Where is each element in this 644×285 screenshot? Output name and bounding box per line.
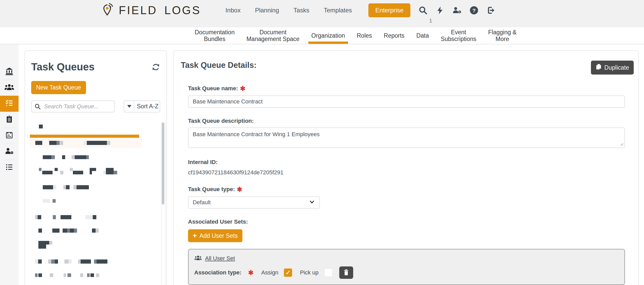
redacted-text-block xyxy=(62,155,65,159)
tab-organization[interactable]: Organization xyxy=(309,27,347,44)
sync-icon[interactable] xyxy=(151,63,160,71)
location-pin-signal-icon xyxy=(102,3,115,18)
duplicate-button[interactable]: Duplicate xyxy=(591,61,634,75)
redacted-text-block xyxy=(38,273,42,277)
search-task-queue-input[interactable] xyxy=(31,100,115,112)
task-queue-list-item[interactable] xyxy=(31,155,160,159)
task-queue-list-item[interactable] xyxy=(31,185,160,189)
selected-item-accent-bar xyxy=(30,135,139,138)
redacted-text-block xyxy=(78,259,81,264)
sidebar-item-task-queues[interactable] xyxy=(0,96,19,112)
top-header: FIELD LOGS Inbox Planning Tasks Template… xyxy=(0,0,644,27)
sign-out-icon[interactable] xyxy=(486,5,496,15)
redacted-text-block xyxy=(90,168,92,174)
redacted-text-block xyxy=(74,229,77,233)
task-queue-list-item[interactable] xyxy=(31,168,160,174)
add-user-sets-label: Add User Sets xyxy=(199,232,238,239)
task-queue-list-item[interactable] xyxy=(31,229,160,233)
sidebar-item-user-settings[interactable] xyxy=(0,144,19,160)
task-queue-list-item[interactable] xyxy=(31,125,160,128)
bolt-icon[interactable] xyxy=(435,5,445,15)
task-queue-list-item[interactable] xyxy=(31,199,160,203)
redacted-text-block xyxy=(49,141,56,145)
nav-planning[interactable]: Planning xyxy=(255,7,279,14)
redacted-text-block xyxy=(63,229,67,233)
redacted-text-block xyxy=(35,141,42,145)
redacted-text-block xyxy=(53,199,56,203)
sort-label: Sort A-Z xyxy=(134,103,158,110)
redacted-text-block xyxy=(96,229,99,233)
task-queue-list-item[interactable] xyxy=(31,241,160,249)
nav-templates[interactable]: Templates xyxy=(324,7,352,14)
sidebar-item-organization[interactable] xyxy=(0,64,19,80)
delete-user-set-button[interactable] xyxy=(339,266,353,279)
list-scrollbar-track[interactable] xyxy=(161,121,166,285)
associated-user-sets-label: Associated User Sets: xyxy=(188,218,248,225)
redacted-text-block xyxy=(39,168,41,171)
sidebar-item-notepad[interactable] xyxy=(0,128,19,144)
task-queue-list-item[interactable] xyxy=(31,215,160,219)
sort-dropdown[interactable]: Sort A-Z xyxy=(124,100,160,112)
plus-icon: + xyxy=(193,232,197,239)
redacted-text-block xyxy=(38,241,46,249)
redacted-text-block xyxy=(38,215,41,219)
tab-flagging-more[interactable]: Flagging & More xyxy=(486,27,519,44)
redacted-text-block xyxy=(77,185,89,189)
nav-tasks[interactable]: Tasks xyxy=(293,7,309,14)
task-queue-list-item[interactable] xyxy=(31,273,160,277)
redacted-text-block xyxy=(86,155,89,159)
task-queue-details-panel: Task Queue Details: Duplicate Task Queue… xyxy=(173,50,639,285)
name-label: Task Queue name: xyxy=(188,85,238,92)
redacted-text-block xyxy=(38,259,42,264)
redacted-text-block xyxy=(96,273,99,277)
task-queue-list-item-selected[interactable] xyxy=(30,135,142,148)
tab-roles[interactable]: Roles xyxy=(355,27,374,44)
new-task-queue-button[interactable]: New Task Queue xyxy=(31,81,86,94)
redacted-text-block xyxy=(92,168,96,171)
svg-text:?: ? xyxy=(472,7,476,13)
redacted-text-block xyxy=(60,171,63,174)
app-logo[interactable]: FIELD LOGS xyxy=(102,3,201,18)
assign-checkbox[interactable] xyxy=(284,268,292,277)
redacted-text-block xyxy=(48,259,51,264)
add-user-sets-button[interactable]: + Add User Sets xyxy=(188,229,242,242)
task-queue-type-select[interactable]: Default xyxy=(188,196,320,209)
user-settings-icon[interactable] xyxy=(452,5,462,15)
redacted-text-block xyxy=(64,273,66,277)
tab-reports[interactable]: Reports xyxy=(382,27,407,44)
redacted-text-block xyxy=(75,155,86,159)
user-settings-icon xyxy=(4,147,14,157)
redacted-text-block xyxy=(92,229,96,233)
resize-grip-icon[interactable] xyxy=(620,142,623,147)
required-asterisk: ✱ xyxy=(237,186,242,193)
all-user-set-link[interactable]: All User Set xyxy=(205,255,235,262)
redacted-text-block xyxy=(50,273,53,277)
tab-event-subscriptions[interactable]: Event Subscriptions xyxy=(439,27,478,44)
tab-data[interactable]: Data xyxy=(414,27,431,44)
tab-document-management-space[interactable]: Document Management Space xyxy=(244,27,302,44)
task-queue-list-item[interactable] xyxy=(31,259,160,264)
enterprise-button[interactable]: Enterprise xyxy=(368,3,410,17)
tab-documentation-bundles[interactable]: Documentation Bundles xyxy=(193,27,237,44)
redacted-text-block xyxy=(55,168,58,171)
pick-up-checkbox[interactable] xyxy=(324,268,333,277)
header-nav: Inbox Planning Tasks Templates xyxy=(225,7,352,14)
redacted-text-block xyxy=(63,185,66,189)
task-queues-title: Task Queues xyxy=(31,61,95,73)
nav-inbox[interactable]: Inbox xyxy=(225,7,241,14)
redacted-text-block xyxy=(114,171,117,174)
list-scrollbar-thumb[interactable] xyxy=(162,123,164,205)
details-title: Task Queue Details: xyxy=(181,61,257,70)
required-asterisk: ✱ xyxy=(248,269,253,276)
redacted-text-block xyxy=(46,241,49,245)
clipboard-icon xyxy=(5,115,13,125)
search-icon[interactable] xyxy=(418,5,428,15)
sidebar-item-list[interactable] xyxy=(0,160,19,176)
task-queue-name-input[interactable] xyxy=(188,95,625,108)
redacted-text-block xyxy=(43,155,51,159)
sidebar-item-user-sets[interactable] xyxy=(0,80,19,96)
help-icon[interactable]: ? xyxy=(469,5,479,15)
sidebar-item-clipboard[interactable] xyxy=(0,112,19,128)
task-queue-description-textarea[interactable]: Base Maintenance Contract for Wing 1 Emp… xyxy=(188,127,625,148)
redacted-text-block xyxy=(61,215,71,219)
